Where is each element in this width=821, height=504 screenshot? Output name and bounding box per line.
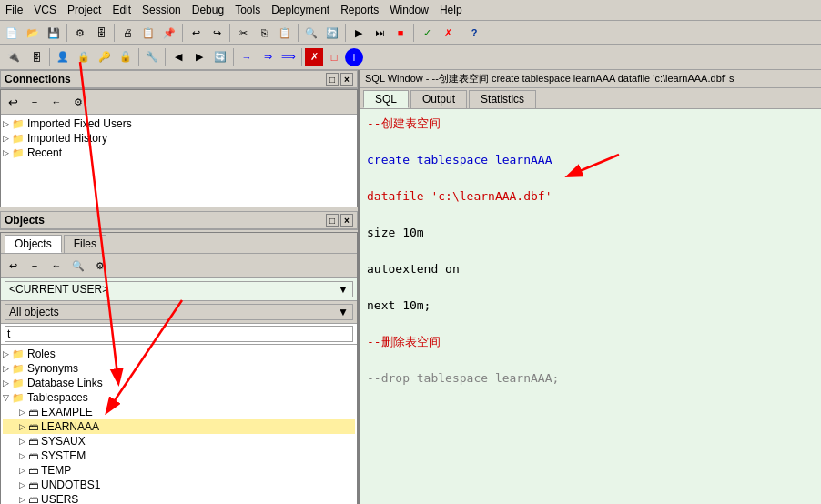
tab-statistics[interactable]: Statistics: [469, 90, 536, 108]
example-arrow: ▷: [19, 408, 28, 417]
open-button[interactable]: 📂: [23, 23, 43, 43]
tab-output[interactable]: Output: [410, 90, 467, 108]
undotbs1-icon: 🗃: [28, 479, 38, 490]
obj-undotbs1[interactable]: ▷ 🗃 UNDOTBS1: [3, 478, 355, 492]
menu-project[interactable]: Project: [62, 2, 106, 18]
obj-search-btn[interactable]: 🔍: [68, 256, 88, 276]
obj-example[interactable]: ▷ 🗃 EXAMPLE: [3, 405, 355, 419]
menu-session[interactable]: Session: [137, 2, 187, 18]
fwd-btn[interactable]: ▶: [189, 47, 209, 67]
connection-btn[interactable]: 🔌: [2, 47, 25, 67]
dropdown-arrow: ▼: [338, 283, 349, 296]
sep9: [49, 48, 50, 66]
arrow-right-btn[interactable]: →: [237, 47, 257, 67]
search-button[interactable]: 🔍: [301, 23, 321, 43]
help-button[interactable]: ?: [464, 23, 484, 43]
keyword-create: create tablespace learnAAA: [367, 153, 552, 166]
obj-temp[interactable]: ▷ 🗃 TEMP: [3, 463, 355, 478]
menu-edit[interactable]: Edit: [106, 2, 137, 18]
stop-button[interactable]: ■: [390, 23, 410, 43]
menu-deployment[interactable]: Deployment: [266, 2, 335, 18]
conn-left-btn[interactable]: ←: [46, 92, 66, 112]
back-btn[interactable]: ◀: [168, 47, 188, 67]
obj-gear-btn[interactable]: ⚙: [90, 256, 110, 276]
red-x-btn[interactable]: ✗: [305, 48, 323, 66]
save-button[interactable]: 💾: [44, 23, 64, 43]
temp-arrow: ▷: [19, 466, 28, 475]
conn-item-imported-users[interactable]: ▷ 📁 Imported Fixed Users: [3, 116, 355, 131]
obj-restore-btn[interactable]: □: [326, 214, 339, 227]
obj-users[interactable]: ▷ 🗃 USERS: [3, 492, 355, 504]
current-user-row: <CURRENT USER> ▼: [1, 278, 357, 301]
db2-btn[interactable]: 🗄: [26, 47, 46, 67]
example-icon: 🗃: [28, 407, 38, 418]
commit-button[interactable]: ✓: [417, 23, 437, 43]
replace-button[interactable]: 🔄: [322, 23, 342, 43]
obj-left-btn[interactable]: ←: [46, 256, 66, 276]
obj-close-btn[interactable]: ×: [340, 214, 353, 227]
label-imported-users: Imported Fixed Users: [27, 117, 132, 130]
obj-system[interactable]: ▷ 🗃 SYSTEM: [3, 449, 355, 463]
paste2-button[interactable]: 📋: [275, 23, 295, 43]
conn-restore-btn[interactable]: □: [326, 73, 339, 86]
undo-button[interactable]: ↩: [186, 23, 206, 43]
conn-item-recent[interactable]: ▷ 📁 Recent: [3, 146, 355, 160]
menu-debug[interactable]: Debug: [187, 2, 229, 18]
cut-button[interactable]: ✂: [233, 23, 253, 43]
key-btn[interactable]: 🔑: [95, 47, 115, 67]
users-icon: 🗃: [28, 494, 38, 504]
settings-button[interactable]: ⚙: [70, 23, 90, 43]
rollback-button[interactable]: ✗: [438, 23, 458, 43]
run-button[interactable]: ▶: [349, 23, 369, 43]
menu-file[interactable]: File: [0, 2, 28, 18]
conn-item-imported-history[interactable]: ▷ 📁 Imported History: [3, 131, 355, 146]
current-user-dropdown[interactable]: <CURRENT USER> ▼: [5, 281, 353, 297]
obj-learnaaa[interactable]: ▷ 🗃 LEARNAAA: [3, 419, 355, 434]
menu-window[interactable]: Window: [384, 2, 434, 18]
copy-button[interactable]: 📋: [138, 23, 158, 43]
arrow-right3-btn[interactable]: ⟹: [279, 47, 299, 67]
copy2-button[interactable]: ⎘: [254, 23, 274, 43]
unlock-btn[interactable]: 🔓: [116, 47, 136, 67]
obj-sysaux[interactable]: ▷ 🗃 SYSAUX: [3, 434, 355, 449]
connections-label: Connections: [5, 73, 71, 86]
sysaux-arrow: ▷: [19, 437, 28, 446]
new-button[interactable]: 📄: [2, 23, 22, 43]
tab-sql[interactable]: SQL: [363, 90, 409, 108]
paste-button[interactable]: 📌: [159, 23, 179, 43]
obj-minus-btn[interactable]: −: [25, 256, 45, 276]
sysaux-label: SYSAUX: [41, 435, 86, 448]
menu-reports[interactable]: Reports: [335, 2, 384, 18]
filter-dropdown[interactable]: All objects ▼: [5, 304, 353, 320]
obj-roles[interactable]: ▷ 📁 Roles: [3, 347, 355, 361]
tablespaces-arrow: ▽: [3, 393, 12, 402]
obj-synonyms[interactable]: ▷ 📁 Synonyms: [3, 361, 355, 376]
search-input[interactable]: [5, 326, 353, 342]
connections-controls: □ ×: [326, 73, 353, 86]
tool-btn[interactable]: 🔧: [142, 47, 162, 67]
tab-files[interactable]: Files: [64, 235, 106, 253]
redo-button[interactable]: ↪: [207, 23, 227, 43]
print-button[interactable]: 🖨: [117, 23, 137, 43]
sql-editor[interactable]: --创建表空间 create tablespace learnAAA dataf…: [360, 109, 821, 504]
user-btn[interactable]: 👤: [53, 47, 73, 67]
db-button[interactable]: 🗄: [91, 23, 111, 43]
objects-controls: □ ×: [326, 214, 353, 227]
conn-close-btn[interactable]: ×: [340, 73, 353, 86]
conn-gear-btn[interactable]: ⚙: [68, 92, 88, 112]
refresh-btn[interactable]: 🔄: [210, 47, 230, 67]
obj-tablespaces[interactable]: ▽ 📁 Tablespaces: [3, 390, 355, 405]
lock-btn[interactable]: 🔒: [74, 47, 94, 67]
conn-refresh-btn[interactable]: ↩: [3, 92, 23, 112]
conn-minus-btn[interactable]: −: [25, 92, 45, 112]
arrow-right2-btn[interactable]: ⇒: [258, 47, 278, 67]
menu-tools[interactable]: Tools: [229, 2, 266, 18]
menu-vcs[interactable]: VCS: [28, 2, 62, 18]
red-box-btn[interactable]: □: [324, 47, 344, 67]
obj-refresh-btn[interactable]: ↩: [3, 256, 23, 276]
tab-objects[interactable]: Objects: [5, 235, 62, 253]
menu-help[interactable]: Help: [434, 2, 468, 18]
info-btn[interactable]: i: [345, 48, 363, 66]
run-step-button[interactable]: ⏭: [370, 23, 390, 43]
obj-dblinks[interactable]: ▷ 📁 Database Links: [3, 376, 355, 390]
